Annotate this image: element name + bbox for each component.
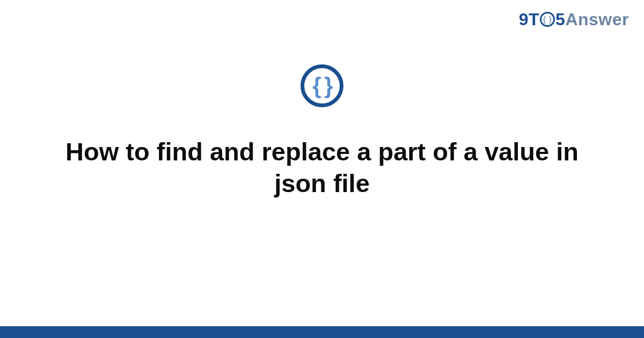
brand-part-5: 5 <box>555 10 565 30</box>
page-title: How to find and replace a part of a valu… <box>64 136 580 200</box>
brand-o-inner-braces: { } <box>543 15 552 23</box>
json-braces-glyph: { } <box>312 75 331 97</box>
footer-bar <box>0 326 644 338</box>
brand-part-answer: Answer <box>565 10 629 30</box>
brand-logo: 9T { } 5 Answer <box>519 10 629 30</box>
brand-part-9t: 9T <box>519 10 539 30</box>
main-content: { } How to find and replace a part of a … <box>0 64 644 200</box>
page-root: 9T { } 5 Answer { } How to find and repl… <box>0 0 644 338</box>
brand-o-icon: { } <box>540 12 555 27</box>
json-badge-icon: { } <box>301 64 343 107</box>
